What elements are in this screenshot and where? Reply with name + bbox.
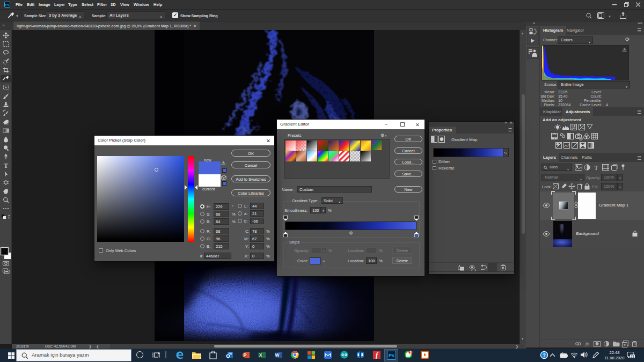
svg-text:2: 2 xyxy=(409,351,412,354)
svg-text:T: T xyxy=(4,162,8,169)
svg-text:T: T xyxy=(594,164,598,172)
svg-text:fx: fx xyxy=(586,341,589,346)
svg-text:X: X xyxy=(259,352,262,358)
svg-text:W: W xyxy=(275,352,280,358)
svg-text:?: ? xyxy=(543,352,546,358)
svg-text:P: P xyxy=(243,352,246,358)
